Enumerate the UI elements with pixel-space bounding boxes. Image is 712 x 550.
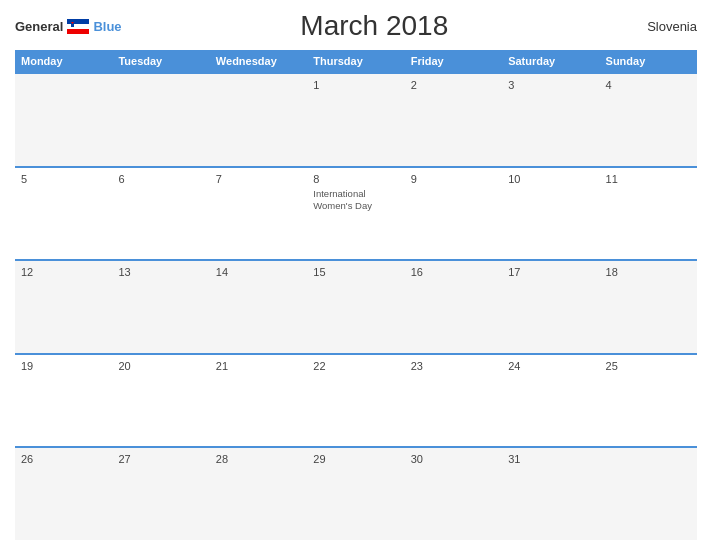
calendar-cell: 1 xyxy=(307,74,404,166)
svg-rect-2 xyxy=(67,29,89,34)
calendar-cell: 30 xyxy=(405,448,502,540)
calendar-cell: 2 xyxy=(405,74,502,166)
calendar-cell: 22 xyxy=(307,355,404,447)
day-number: 22 xyxy=(313,360,398,372)
holiday-label: International Women's Day xyxy=(313,188,398,213)
day-number: 18 xyxy=(606,266,691,278)
header: General Blue March 2018 Slovenia xyxy=(15,10,697,42)
day-number: 30 xyxy=(411,453,496,465)
day-number: 23 xyxy=(411,360,496,372)
calendar-cell: 7 xyxy=(210,168,307,260)
logo-blue-text: Blue xyxy=(93,19,121,34)
calendar-cell: 3 xyxy=(502,74,599,166)
day-number: 13 xyxy=(118,266,203,278)
calendar-cell: 12 xyxy=(15,261,112,353)
calendar-cell: 5 xyxy=(15,168,112,260)
day-number: 2 xyxy=(411,79,496,91)
weekday-header-saturday: Saturday xyxy=(502,50,599,72)
weekday-header-wednesday: Wednesday xyxy=(210,50,307,72)
day-number: 21 xyxy=(216,360,301,372)
day-number: 31 xyxy=(508,453,593,465)
day-number: 5 xyxy=(21,173,106,185)
svg-rect-1 xyxy=(67,24,89,29)
calendar-cell xyxy=(210,74,307,166)
day-number: 19 xyxy=(21,360,106,372)
weekday-header-friday: Friday xyxy=(405,50,502,72)
calendar-cell: 17 xyxy=(502,261,599,353)
day-number: 9 xyxy=(411,173,496,185)
calendar-cell: 19 xyxy=(15,355,112,447)
day-number: 7 xyxy=(216,173,301,185)
calendar-cell: 23 xyxy=(405,355,502,447)
svg-rect-0 xyxy=(67,19,89,24)
calendar-cell: 25 xyxy=(600,355,697,447)
calendar-cell: 20 xyxy=(112,355,209,447)
calendar-cell: 13 xyxy=(112,261,209,353)
day-number: 14 xyxy=(216,266,301,278)
day-number: 25 xyxy=(606,360,691,372)
calendar-week-5: 262728293031 xyxy=(15,446,697,540)
day-number: 3 xyxy=(508,79,593,91)
day-number: 16 xyxy=(411,266,496,278)
calendar-header-row: MondayTuesdayWednesdayThursdayFridaySatu… xyxy=(15,50,697,72)
day-number: 28 xyxy=(216,453,301,465)
day-number: 8 xyxy=(313,173,398,185)
calendar-cell: 16 xyxy=(405,261,502,353)
calendar-cell: 31 xyxy=(502,448,599,540)
calendar: MondayTuesdayWednesdayThursdayFridaySatu… xyxy=(15,50,697,540)
calendar-week-4: 19202122232425 xyxy=(15,353,697,447)
calendar-cell: 15 xyxy=(307,261,404,353)
calendar-cell: 8International Women's Day xyxy=(307,168,404,260)
calendar-cell xyxy=(600,448,697,540)
calendar-cell: 21 xyxy=(210,355,307,447)
weekday-header-monday: Monday xyxy=(15,50,112,72)
day-number: 6 xyxy=(118,173,203,185)
day-number: 15 xyxy=(313,266,398,278)
country-label: Slovenia xyxy=(627,19,697,34)
day-number: 20 xyxy=(118,360,203,372)
calendar-cell: 4 xyxy=(600,74,697,166)
calendar-cell: 27 xyxy=(112,448,209,540)
day-number: 29 xyxy=(313,453,398,465)
calendar-cell: 6 xyxy=(112,168,209,260)
calendar-cell: 18 xyxy=(600,261,697,353)
calendar-title: March 2018 xyxy=(122,10,627,42)
calendar-cell: 14 xyxy=(210,261,307,353)
day-number: 4 xyxy=(606,79,691,91)
calendar-cell: 26 xyxy=(15,448,112,540)
weekday-header-thursday: Thursday xyxy=(307,50,404,72)
calendar-week-3: 12131415161718 xyxy=(15,259,697,353)
calendar-week-1: 1234 xyxy=(15,72,697,166)
calendar-cell: 24 xyxy=(502,355,599,447)
calendar-page: General Blue March 2018 Slovenia MondayT… xyxy=(0,0,712,550)
calendar-cell xyxy=(15,74,112,166)
calendar-cell: 28 xyxy=(210,448,307,540)
day-number: 10 xyxy=(508,173,593,185)
weekday-header-sunday: Sunday xyxy=(600,50,697,72)
calendar-cell: 9 xyxy=(405,168,502,260)
day-number: 12 xyxy=(21,266,106,278)
calendar-cell: 29 xyxy=(307,448,404,540)
day-number: 24 xyxy=(508,360,593,372)
day-number: 11 xyxy=(606,173,691,185)
logo-general-text: General xyxy=(15,19,63,34)
calendar-cell xyxy=(112,74,209,166)
calendar-body: 12345678International Women's Day9101112… xyxy=(15,72,697,540)
calendar-week-2: 5678International Women's Day91011 xyxy=(15,166,697,260)
logo: General Blue xyxy=(15,19,122,34)
day-number: 26 xyxy=(21,453,106,465)
calendar-cell: 10 xyxy=(502,168,599,260)
logo-flag-icon xyxy=(67,19,89,34)
weekday-header-tuesday: Tuesday xyxy=(112,50,209,72)
calendar-cell: 11 xyxy=(600,168,697,260)
day-number: 27 xyxy=(118,453,203,465)
day-number: 17 xyxy=(508,266,593,278)
day-number: 1 xyxy=(313,79,398,91)
